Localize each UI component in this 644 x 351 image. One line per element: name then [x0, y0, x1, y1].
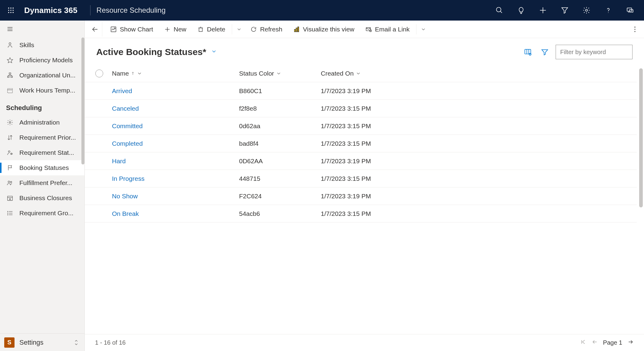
sidebar-item[interactable]: Requirement Gro... [0, 206, 84, 221]
cell-created-on: 1/7/2023 3:15 PM [321, 140, 637, 147]
svg-point-62 [634, 29, 636, 30]
grid-scrollbar[interactable] [639, 68, 643, 207]
column-name-label: Name [112, 70, 129, 77]
svg-point-6 [8, 12, 9, 13]
cell-created-on: 1/7/2023 3:15 PM [321, 105, 637, 112]
hamburger-icon[interactable] [0, 21, 84, 37]
area-switcher-chevron-icon[interactable] [72, 339, 80, 346]
sidebar-item[interactable]: Booking Statuses [0, 160, 84, 175]
app-name[interactable]: Resource Scheduling [97, 6, 166, 15]
record-link[interactable]: On Break [112, 210, 139, 217]
column-status-color-label: Status Color [239, 70, 274, 77]
svg-point-34 [8, 151, 10, 153]
delete-split-button[interactable] [233, 22, 245, 37]
table-row[interactable]: Arrived B860C1 1/7/2023 3:19 PM [85, 82, 637, 100]
cell-status-color: f2f8e8 [239, 105, 321, 112]
show-chart-button[interactable]: Show Chart [105, 22, 159, 37]
cell-created-on: 1/7/2023 3:19 PM [321, 87, 637, 95]
svg-rect-23 [8, 76, 9, 78]
table-row[interactable]: In Progress 448715 1/7/2023 3:15 PM [85, 170, 637, 187]
record-link[interactable]: Canceled [112, 105, 139, 112]
sidebar-item[interactable]: Organizational Un... [0, 68, 84, 83]
sidebar-item[interactable]: Work Hours Temp... [0, 83, 84, 98]
table-row[interactable]: Completed bad8f4 1/7/2023 3:15 PM [85, 135, 637, 152]
chat-icon[interactable] [623, 4, 637, 17]
new-button[interactable]: New [159, 22, 192, 37]
area-badge: S [4, 337, 15, 348]
plus-small-icon [164, 26, 171, 33]
record-link[interactable]: Arrived [112, 87, 132, 94]
svg-point-61 [634, 26, 636, 28]
refresh-icon [250, 26, 257, 33]
app-launcher-icon[interactable] [4, 4, 18, 17]
table-row[interactable]: Committed 0d62aa 1/7/2023 3:15 PM [85, 117, 637, 135]
sidebar-item[interactable]: Business Closures [0, 190, 84, 206]
plus-icon[interactable] [536, 4, 550, 17]
cell-created-on: 1/7/2023 3:15 PM [321, 210, 637, 217]
filter-icon[interactable] [539, 46, 551, 58]
prev-page-button[interactable] [592, 339, 598, 346]
record-link[interactable]: No Show [112, 193, 138, 200]
email-link-button[interactable]: Email a Link [360, 22, 415, 37]
sidebar-item[interactable]: Skills [0, 37, 84, 53]
column-header-name[interactable]: Name [112, 70, 142, 77]
status-bar: 1 - 16 of 16 Page 1 [85, 334, 644, 351]
svg-point-47 [8, 213, 8, 213]
select-all-checkbox[interactable] [90, 70, 109, 77]
first-page-button[interactable] [580, 339, 586, 346]
command-overflow-icon[interactable] [629, 26, 641, 33]
next-page-button[interactable] [628, 339, 634, 346]
sidebar-item[interactable]: Requirement Prior... [0, 130, 84, 145]
sidebar-item[interactable]: Requirement Stat... [0, 145, 84, 160]
email-link-label: Email a Link [375, 26, 409, 33]
sidebar-item-label: Fulfillment Prefer... [19, 179, 72, 187]
back-button[interactable] [88, 22, 102, 37]
area-label: Settings [19, 339, 67, 346]
svg-point-48 [8, 215, 8, 215]
svg-marker-21 [7, 58, 13, 63]
table-row[interactable]: No Show F2C624 1/7/2023 3:19 PM [85, 187, 637, 205]
star-icon [6, 56, 14, 64]
edit-columns-icon[interactable] [522, 46, 534, 58]
area-switcher[interactable]: S Settings [0, 333, 84, 351]
funnel-icon[interactable] [558, 4, 571, 17]
record-link[interactable]: In Progress [112, 175, 144, 182]
refresh-button[interactable]: Refresh [245, 22, 288, 37]
svg-rect-29 [8, 89, 13, 93]
sidebar-item[interactable]: Administration [0, 115, 84, 130]
sidebar-item[interactable]: Proficiency Models [0, 53, 84, 68]
cell-status-color: F2C624 [239, 193, 321, 200]
column-header-created-on[interactable]: Created On [321, 70, 361, 77]
table-row[interactable]: Hard 0D62AA 1/7/2023 3:19 PM [85, 152, 637, 170]
sidebar-scrollbar[interactable] [81, 37, 84, 164]
delete-button[interactable]: Delete [192, 22, 231, 37]
table-row[interactable]: Canceled f2f8e8 1/7/2023 3:15 PM [85, 100, 637, 117]
record-link[interactable]: Completed [112, 140, 143, 147]
record-link[interactable]: Committed [112, 122, 143, 129]
calendar-x-icon [6, 194, 14, 202]
keyword-filter-input[interactable] [560, 49, 628, 56]
search-icon[interactable] [493, 4, 506, 17]
brand-title[interactable]: Dynamics 365 [24, 6, 77, 15]
table-row[interactable]: On Break 54acb6 1/7/2023 3:15 PM [85, 205, 637, 223]
keyword-filter[interactable] [556, 45, 632, 59]
svg-rect-57 [296, 28, 297, 32]
sidebar-item-label: Requirement Gro... [19, 210, 74, 217]
sidebar-item[interactable]: Fulfillment Prefer... [0, 175, 84, 190]
view-title[interactable]: Active Booking Statuses* [96, 47, 206, 57]
record-link[interactable]: Hard [112, 158, 126, 164]
main-content: Show Chart New Delete Refresh Visualize … [85, 21, 644, 351]
column-header-status-color[interactable]: Status Color [239, 70, 281, 77]
view-selector-chevron-icon[interactable] [211, 48, 217, 56]
svg-line-10 [500, 11, 502, 13]
pager: Page 1 [580, 339, 634, 346]
help-icon[interactable] [602, 4, 615, 17]
org-icon [6, 71, 14, 79]
visualize-button[interactable]: Visualize this view [288, 22, 360, 37]
email-link-split-button[interactable] [418, 22, 429, 37]
svg-point-13 [586, 9, 588, 11]
gear-icon[interactable] [580, 4, 593, 17]
svg-rect-24 [11, 76, 13, 78]
svg-point-9 [496, 7, 501, 12]
lightbulb-icon[interactable] [514, 4, 528, 17]
